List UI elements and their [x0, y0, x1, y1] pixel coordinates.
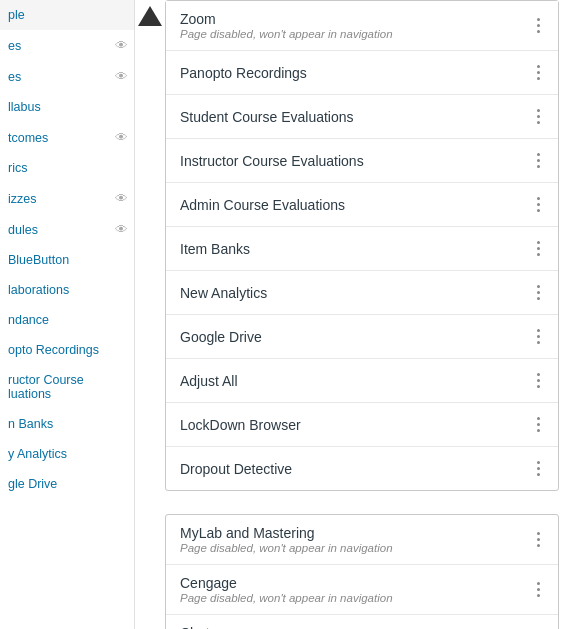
up-arrow-icon [138, 6, 162, 26]
sidebar-item-8[interactable]: BlueButton [0, 245, 134, 275]
sidebar-item-label: llabus [8, 100, 41, 114]
nav-item-lockdown[interactable]: LockDown Browser [166, 403, 558, 447]
nav-item-title: Google Drive [180, 329, 529, 345]
nav-item-content: ZoomPage disabled, won't appear in navig… [180, 11, 529, 40]
nav-item-more-menu[interactable] [529, 149, 548, 172]
nav-item-more-menu[interactable] [529, 528, 548, 551]
nav-item-content: MyLab and MasteringPage disabled, won't … [180, 525, 529, 554]
nav-item-content: New Analytics [180, 285, 529, 301]
nav-item-student-eval[interactable]: Student Course Evaluations [166, 95, 558, 139]
nav-item-more-menu[interactable] [529, 193, 548, 216]
nav-item-content: Adjust All [180, 373, 529, 389]
sidebar-item-9[interactable]: laborations [0, 275, 134, 305]
three-dots-icon [533, 369, 544, 392]
disabled-item-mylab[interactable]: MyLab and MasteringPage disabled, won't … [166, 515, 558, 565]
three-dots-icon [533, 413, 544, 436]
nav-item-title: New Analytics [180, 285, 529, 301]
nav-item-title: Instructor Course Evaluations [180, 153, 529, 169]
nav-item-content: Admin Course Evaluations [180, 197, 529, 213]
nav-item-more-menu[interactable] [529, 281, 548, 304]
sidebar-item-1[interactable]: es👁 [0, 30, 134, 61]
sidebar-item-label: ple [8, 8, 25, 22]
sidebar-item-10[interactable]: ndance [0, 305, 134, 335]
disabled-item-cengage[interactable]: CengagePage disabled, won't appear in na… [166, 565, 558, 615]
nav-item-title: MyLab and Mastering [180, 525, 529, 541]
three-dots-icon [533, 61, 544, 84]
nav-item-title: Student Course Evaluations [180, 109, 529, 125]
three-dots-icon [533, 105, 544, 128]
sidebar-item-0[interactable]: ple [0, 0, 134, 30]
nav-item-panopto[interactable]: Panopto Recordings [166, 51, 558, 95]
sidebar-item-14[interactable]: y Analytics [0, 439, 134, 469]
nav-item-google-drive[interactable]: Google Drive [166, 315, 558, 359]
nav-item-more-menu[interactable] [529, 237, 548, 260]
nav-item-title: Chat [180, 625, 529, 629]
sidebar-item-12[interactable]: ructor Course luations [0, 365, 134, 409]
sidebar-item-3[interactable]: llabus [0, 92, 134, 122]
sidebar-item-label: ructor Course luations [8, 373, 128, 401]
sidebar-item-label: rics [8, 161, 27, 175]
nav-item-more-menu[interactable] [529, 14, 548, 37]
eye-icon[interactable]: 👁 [115, 222, 128, 237]
nav-item-title: Panopto Recordings [180, 65, 529, 81]
sidebar-item-13[interactable]: n Banks [0, 409, 134, 439]
nav-items-list: ZoomPage disabled, won't appear in navig… [165, 0, 559, 491]
sidebar-item-4[interactable]: tcomes👁 [0, 122, 134, 153]
nav-item-item-banks[interactable]: Item Banks [166, 227, 558, 271]
sidebar-item-label: es [8, 39, 21, 53]
list-area: ZoomPage disabled, won't appear in navig… [165, 0, 565, 629]
nav-item-content: Panopto Recordings [180, 65, 529, 81]
nav-item-adjust-all[interactable]: Adjust All [166, 359, 558, 403]
nav-item-admin-eval[interactable]: Admin Course Evaluations [166, 183, 558, 227]
sidebar: plees👁es👁llabustcomes👁ricsizzes👁dules👁Bl… [0, 0, 135, 629]
sidebar-item-2[interactable]: es👁 [0, 61, 134, 92]
three-dots-icon [533, 528, 544, 551]
nav-item-more-menu[interactable] [529, 61, 548, 84]
nav-item-new-analytics[interactable]: New Analytics [166, 271, 558, 315]
three-dots-icon [533, 457, 544, 480]
three-dots-icon [533, 237, 544, 260]
sidebar-item-label: dules [8, 223, 38, 237]
sidebar-item-label: izzes [8, 192, 36, 206]
nav-item-dropout[interactable]: Dropout Detective [166, 447, 558, 490]
nav-item-content: Google Drive [180, 329, 529, 345]
three-dots-icon [533, 14, 544, 37]
nav-item-more-menu[interactable] [529, 578, 548, 601]
nav-item-subtitle: Page disabled, won't appear in navigatio… [180, 542, 529, 554]
sidebar-item-label: opto Recordings [8, 343, 99, 357]
nav-item-title: Cengage [180, 575, 529, 591]
nav-item-more-menu[interactable] [529, 105, 548, 128]
nav-item-title: Dropout Detective [180, 461, 529, 477]
three-dots-icon [533, 325, 544, 348]
sidebar-item-11[interactable]: opto Recordings [0, 335, 134, 365]
nav-item-more-menu[interactable] [529, 369, 548, 392]
sidebar-item-label: y Analytics [8, 447, 67, 461]
nav-item-more-menu[interactable] [529, 457, 548, 480]
nav-item-instructor-eval[interactable]: Instructor Course Evaluations [166, 139, 558, 183]
sidebar-item-6[interactable]: izzes👁 [0, 183, 134, 214]
eye-icon[interactable]: 👁 [115, 191, 128, 206]
sidebar-item-label: tcomes [8, 131, 48, 145]
three-dots-icon [533, 578, 544, 601]
disabled-item-chat[interactable]: ChatPage disabled, won't appear in navig… [166, 615, 558, 629]
nav-item-title: Zoom [180, 11, 529, 27]
eye-icon[interactable]: 👁 [115, 38, 128, 53]
sidebar-item-label: ndance [8, 313, 49, 327]
nav-item-title: LockDown Browser [180, 417, 529, 433]
nav-item-content: ChatPage disabled, won't appear in navig… [180, 625, 529, 629]
sidebar-item-label: es [8, 70, 21, 84]
sidebar-item-5[interactable]: rics [0, 153, 134, 183]
sidebar-item-label: BlueButton [8, 253, 69, 267]
sidebar-item-7[interactable]: dules👁 [0, 214, 134, 245]
nav-item-zoom[interactable]: ZoomPage disabled, won't appear in navig… [166, 1, 558, 51]
eye-icon[interactable]: 👁 [115, 130, 128, 145]
eye-icon[interactable]: 👁 [115, 69, 128, 84]
sidebar-item-label: laborations [8, 283, 69, 297]
sidebar-item-label: n Banks [8, 417, 53, 431]
nav-item-more-menu[interactable] [529, 413, 548, 436]
disabled-items-list: MyLab and MasteringPage disabled, won't … [165, 514, 559, 629]
sidebar-item-15[interactable]: gle Drive [0, 469, 134, 499]
nav-item-content: Instructor Course Evaluations [180, 153, 529, 169]
nav-item-more-menu[interactable] [529, 325, 548, 348]
scroll-up-arrow-area [135, 0, 165, 629]
